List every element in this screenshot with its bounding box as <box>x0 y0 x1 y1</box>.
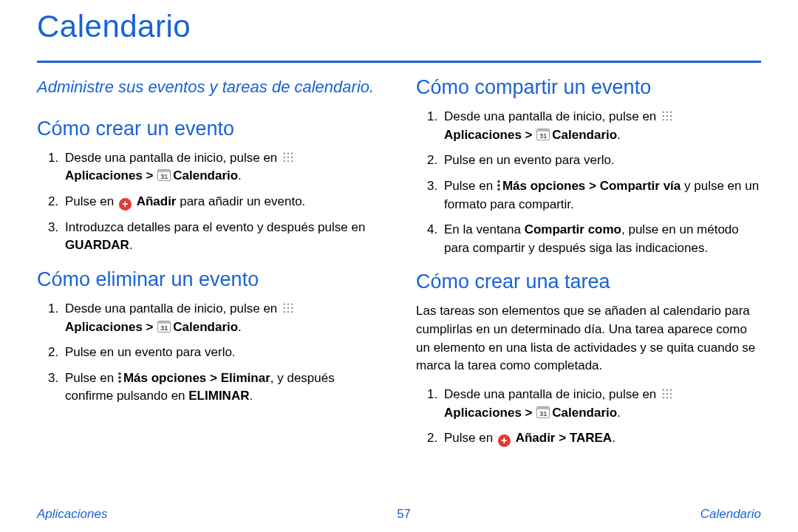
list-item: Desde una pantalla de inicio, pulse en A… <box>441 386 761 422</box>
text-bold: Aplicaciones > <box>444 128 536 142</box>
list-item: Pulse en un evento para verlo. <box>62 344 382 362</box>
text: Desde una pantalla de inicio, pulse en <box>444 387 660 401</box>
list-item: Desde una pantalla de inicio, pulse en A… <box>62 149 382 185</box>
heading-delete-event: Cómo eliminar un evento <box>37 268 382 291</box>
list-item: Pulse en + Añadir para añadir un evento. <box>62 193 382 211</box>
text: Pulse en <box>444 179 497 193</box>
title-rule <box>37 61 761 63</box>
text-bold: Aplicaciones > <box>444 406 536 420</box>
calendar-icon: 31 <box>157 321 171 332</box>
page: Calendario Administre sus eventos y tare… <box>0 0 798 532</box>
text: En la ventana <box>444 222 525 236</box>
text: para añadir un evento. <box>176 194 305 208</box>
text: Pulse en <box>65 371 117 385</box>
text-bold: Calendario <box>552 128 617 142</box>
page-title: Calendario <box>37 9 761 49</box>
text: . <box>129 238 133 252</box>
steps-share-event: Desde una pantalla de inicio, pulse en A… <box>416 108 761 257</box>
text: . <box>612 431 615 445</box>
calendar-icon: 31 <box>157 169 171 181</box>
footer-right: Calendario <box>700 507 761 522</box>
steps-create-event: Desde una pantalla de inicio, pulse en A… <box>37 149 382 255</box>
list-item: En la ventana Compartir como, pulse en u… <box>441 221 761 257</box>
list-item: Pulse en Más opciones > Compartir vía y … <box>441 177 761 214</box>
text-bold: Calendario <box>552 406 617 420</box>
apps-grid-icon <box>282 151 294 163</box>
plus-icon: + <box>119 198 132 211</box>
page-number: 57 <box>397 507 411 522</box>
calendar-icon: 31 <box>536 406 550 418</box>
right-column: Cómo compartir un evento Desde una panta… <box>416 76 761 455</box>
heading-share-event: Cómo compartir un evento <box>416 76 761 99</box>
text: . <box>249 389 253 403</box>
text: Introduzca detalles para el evento y des… <box>65 220 365 234</box>
text: . <box>238 320 242 334</box>
text: Pulse en un evento para verlo. <box>444 153 615 167</box>
text-bold: Compartir como <box>525 222 621 236</box>
steps-delete-event: Desde una pantalla de inicio, pulse en A… <box>37 300 382 406</box>
footer-left: Aplicaciones <box>37 507 107 522</box>
list-item: Pulse en Más opciones > Eliminar, y desp… <box>62 369 382 406</box>
left-column: Administre sus eventos y tareas de calen… <box>37 76 382 455</box>
calendar-icon-day: 31 <box>537 409 549 419</box>
text-bold: ELIMINAR <box>188 389 249 403</box>
text: Desde una pantalla de inicio, pulse en <box>65 301 281 316</box>
apps-grid-icon <box>282 302 294 314</box>
calendar-icon-day: 31 <box>537 132 549 141</box>
more-options-icon <box>118 372 121 383</box>
text-bold: Más opciones > Eliminar <box>123 371 270 385</box>
apps-grid-icon <box>661 110 673 122</box>
text-bold: Calendario <box>173 168 238 183</box>
text-bold: GUARDAR <box>65 238 129 252</box>
apps-grid-icon <box>661 388 673 400</box>
text: Desde una pantalla de inicio, pulse en <box>65 151 281 165</box>
text-bold: Añadir > TAREA <box>516 431 613 445</box>
text-bold: Aplicaciones > <box>65 168 157 183</box>
footer: Aplicaciones 57 Calendario <box>37 507 761 522</box>
text-bold: Añadir <box>137 194 177 208</box>
steps-create-task: Desde una pantalla de inicio, pulse en A… <box>416 386 761 448</box>
heading-create-task: Cómo crear una tarea <box>416 270 761 293</box>
calendar-icon-day: 31 <box>158 324 170 333</box>
list-item: Pulse en un evento para verlo. <box>441 151 761 170</box>
more-options-icon <box>497 180 500 191</box>
text: Pulse en un evento para verlo. <box>65 345 236 359</box>
text: . <box>617 128 621 142</box>
text-bold: Calendario <box>173 320 238 334</box>
text: Pulse en <box>65 194 117 208</box>
heading-create-event: Cómo crear un evento <box>37 117 382 140</box>
list-item: Desde una pantalla de inicio, pulse en A… <box>441 108 761 144</box>
text: . <box>617 406 621 420</box>
task-intro: Las tareas son elementos que se añaden a… <box>416 302 761 375</box>
columns: Administre sus eventos y tareas de calen… <box>37 76 761 455</box>
text: . <box>238 168 242 183</box>
text: Desde una pantalla de inicio, pulse en <box>444 109 660 123</box>
subtitle: Administre sus eventos y tareas de calen… <box>37 76 382 98</box>
text: Pulse en <box>444 431 497 445</box>
list-item: Introduzca detalles para el evento y des… <box>62 219 382 255</box>
list-item: Pulse en + Añadir > TAREA. <box>441 429 761 448</box>
calendar-icon-day: 31 <box>158 172 170 182</box>
plus-icon: + <box>498 434 511 447</box>
text-bold: Aplicaciones > <box>65 320 157 334</box>
text-bold: Más opciones > Compartir vía <box>502 179 681 193</box>
list-item: Desde una pantalla de inicio, pulse en A… <box>62 300 382 336</box>
calendar-icon: 31 <box>536 129 550 140</box>
